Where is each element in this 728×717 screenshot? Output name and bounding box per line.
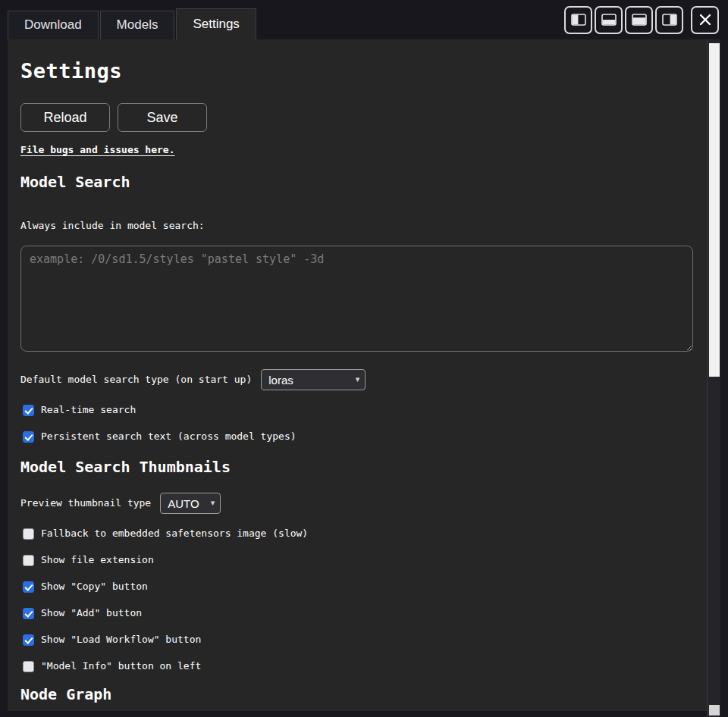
layout-dock-bottom-expanded-button[interactable] bbox=[625, 6, 653, 34]
checkbox-label: Show "Load Workflow" button bbox=[41, 634, 201, 646]
scrollbar[interactable] bbox=[707, 39, 720, 717]
default-search-type-select[interactable]: loras bbox=[261, 369, 366, 390]
checkbox-row-model-info-left[interactable]: "Model Info" button on left bbox=[23, 660, 693, 672]
checkbox-row-realtime-search[interactable]: Real-time search bbox=[23, 404, 693, 416]
fallback-safetensors-checkbox[interactable] bbox=[23, 528, 34, 540]
layout-dock-right-button[interactable] bbox=[655, 6, 683, 34]
preview-thumbnail-type-select[interactable]: AUTO bbox=[160, 493, 221, 514]
model-manager-window: Download Models Settings bbox=[0, 0, 728, 717]
checkbox-row-show-copy-button[interactable]: Show "Copy" button bbox=[23, 581, 693, 593]
checkbox-row-show-file-extension[interactable]: Show file extension bbox=[23, 554, 693, 566]
layout-dock-right-icon bbox=[662, 14, 677, 26]
model-info-left-checkbox[interactable] bbox=[23, 661, 34, 672]
layout-dock-left-button[interactable] bbox=[564, 6, 592, 34]
settings-panel: Settings Reload Save File bugs and issue… bbox=[8, 39, 707, 711]
tab-settings[interactable]: Settings bbox=[176, 8, 256, 39]
layout-dock-bottom-icon bbox=[601, 14, 617, 26]
checkbox-label: Show "Add" button bbox=[41, 607, 142, 619]
checkbox-label: Real-time search bbox=[41, 404, 136, 416]
layout-dock-left-icon bbox=[571, 14, 586, 26]
action-buttons: Reload Save bbox=[20, 103, 693, 132]
reload-button[interactable]: Reload bbox=[20, 103, 110, 132]
scrollbar-thumb[interactable] bbox=[709, 43, 720, 377]
checkbox-label: Show "Copy" button bbox=[41, 581, 148, 593]
checkbox-row-fallback-safetensors[interactable]: Fallback to embedded safetensors image (… bbox=[23, 528, 693, 540]
default-search-type-label: Default model search type (on start up) bbox=[20, 374, 252, 386]
show-file-extension-checkbox[interactable] bbox=[23, 555, 34, 566]
checkbox-label: "Model Info" button on left bbox=[41, 660, 201, 672]
always-include-label: Always include in model search: bbox=[20, 220, 693, 232]
bugs-link[interactable]: File bugs and issues here. bbox=[20, 144, 175, 156]
checkbox-label: Show file extension bbox=[41, 554, 154, 566]
topbar: Download Models Settings bbox=[0, 0, 728, 39]
layout-dock-bottom-button[interactable] bbox=[595, 6, 623, 34]
checkbox-label: Persistent search text (across model typ… bbox=[41, 431, 297, 443]
tab-models[interactable]: Models bbox=[100, 11, 175, 39]
preview-thumbnail-type-label: Preview thumbnail type bbox=[20, 497, 151, 509]
close-icon bbox=[698, 13, 712, 27]
window-controls bbox=[564, 0, 728, 39]
persistent-search-checkbox[interactable] bbox=[23, 431, 34, 443]
close-button[interactable] bbox=[691, 6, 719, 34]
section-heading-node-graph: Node Graph bbox=[20, 685, 693, 703]
default-search-type-row: Default model search type (on start up) … bbox=[20, 369, 693, 390]
tab-download[interactable]: Download bbox=[8, 11, 99, 39]
realtime-search-checkbox[interactable] bbox=[23, 405, 34, 416]
scrollbar-corner bbox=[709, 705, 720, 715]
checkbox-row-show-add-button[interactable]: Show "Add" button bbox=[23, 607, 693, 619]
tab-bar: Download Models Settings bbox=[0, 0, 258, 39]
show-add-button-checkbox[interactable] bbox=[23, 608, 34, 619]
save-button[interactable]: Save bbox=[118, 103, 207, 132]
section-heading-model-search: Model Search bbox=[20, 173, 693, 191]
checkbox-label: Fallback to embedded safetensors image (… bbox=[41, 528, 308, 540]
page-title: Settings bbox=[20, 60, 693, 83]
show-load-workflow-checkbox[interactable] bbox=[23, 634, 34, 646]
preview-thumbnail-type-row: Preview thumbnail type AUTO ▾ bbox=[20, 493, 693, 514]
show-copy-button-checkbox[interactable] bbox=[23, 581, 34, 593]
layout-dock-bottom-expanded-icon bbox=[632, 14, 647, 26]
checkbox-row-persistent-search[interactable]: Persistent search text (across model typ… bbox=[23, 431, 693, 443]
checkbox-row-show-load-workflow-button[interactable]: Show "Load Workflow" button bbox=[23, 634, 693, 646]
section-heading-thumbnails: Model Search Thumbnails bbox=[20, 458, 693, 476]
always-include-textarea[interactable] bbox=[20, 246, 693, 352]
